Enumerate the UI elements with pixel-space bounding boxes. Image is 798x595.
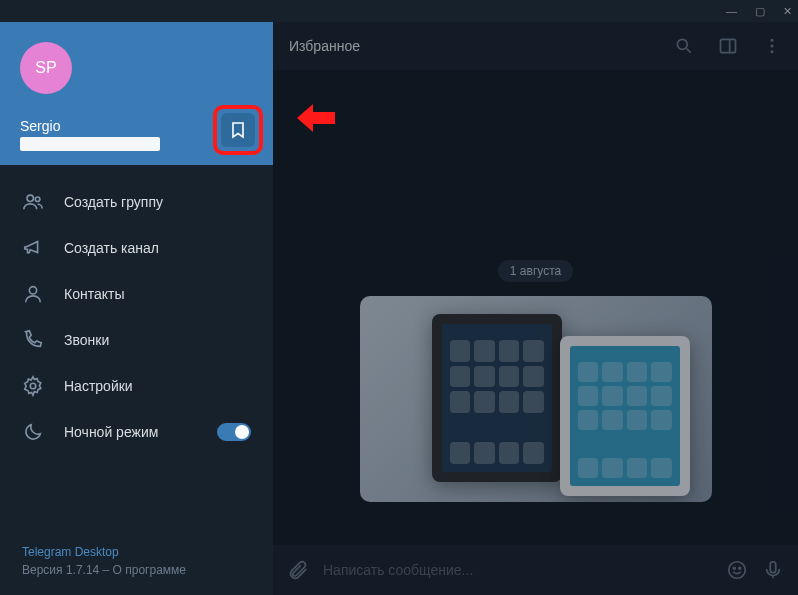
paperclip-icon xyxy=(287,559,309,581)
person-icon xyxy=(22,283,44,305)
menu-create-group[interactable]: Создать группу xyxy=(0,179,273,225)
svg-point-0 xyxy=(27,195,33,201)
sidebar-footer: Telegram Desktop Версия 1.7.14 – О прогр… xyxy=(0,529,273,595)
profile-name: Sergio xyxy=(20,118,253,134)
svg-point-2 xyxy=(29,287,36,294)
svg-point-9 xyxy=(729,562,746,579)
attach-button[interactable] xyxy=(287,559,309,581)
image-content xyxy=(560,336,690,496)
svg-point-1 xyxy=(35,197,40,202)
menu-night-mode[interactable]: Ночной режим xyxy=(0,409,273,455)
search-button[interactable] xyxy=(674,36,694,56)
window-minimize-button[interactable]: — xyxy=(726,5,737,17)
menu-label: Ночной режим xyxy=(64,424,158,440)
more-button[interactable] xyxy=(762,36,782,56)
message-image[interactable] xyxy=(360,296,712,502)
chat-header: Избранное xyxy=(273,22,798,70)
menu-label: Создать канал xyxy=(64,240,159,256)
main-menu: Создать группу Создать канал Контакты Зв… xyxy=(0,165,273,529)
moon-icon xyxy=(22,421,44,443)
menu-label: Создать группу xyxy=(64,194,163,210)
message-input[interactable]: Написать сообщение... xyxy=(323,562,712,578)
avatar[interactable]: SP xyxy=(20,42,72,94)
svg-point-4 xyxy=(677,39,687,49)
group-icon xyxy=(22,191,44,213)
menu-label: Контакты xyxy=(64,286,124,302)
night-mode-toggle[interactable] xyxy=(217,423,251,441)
chat-title: Избранное xyxy=(289,38,360,54)
window-close-button[interactable]: ✕ xyxy=(783,5,792,18)
window-titlebar: — ▢ ✕ xyxy=(0,0,798,22)
menu-calls[interactable]: Звонки xyxy=(0,317,273,363)
sidepanel-button[interactable] xyxy=(718,36,738,56)
profile-header: SP Sergio xyxy=(0,22,273,165)
panel-icon xyxy=(718,36,738,56)
gear-icon xyxy=(22,375,44,397)
app-version[interactable]: Версия 1.7.14 – О программе xyxy=(22,563,251,577)
svg-point-10 xyxy=(733,567,735,569)
megaphone-icon xyxy=(22,237,44,259)
svg-point-3 xyxy=(30,383,36,389)
svg-point-8 xyxy=(771,50,774,53)
search-icon xyxy=(674,36,694,56)
menu-label: Настройки xyxy=(64,378,133,394)
phone-icon xyxy=(22,329,44,351)
svg-rect-12 xyxy=(770,562,776,573)
emoji-button[interactable] xyxy=(726,559,748,581)
microphone-icon xyxy=(762,559,784,581)
profile-phone-redacted xyxy=(20,137,160,151)
sidebar: SP Sergio Создать группу Создать канал xyxy=(0,22,273,595)
chat-body: 1 августа xyxy=(273,70,798,545)
message-composer: Написать сообщение... xyxy=(273,545,798,595)
smile-icon xyxy=(726,559,748,581)
menu-contacts[interactable]: Контакты xyxy=(0,271,273,317)
date-badge: 1 августа xyxy=(498,260,573,282)
svg-point-11 xyxy=(739,567,741,569)
menu-settings[interactable]: Настройки xyxy=(0,363,273,409)
menu-create-channel[interactable]: Создать канал xyxy=(0,225,273,271)
voice-button[interactable] xyxy=(762,559,784,581)
svg-point-7 xyxy=(771,45,774,48)
window-maximize-button[interactable]: ▢ xyxy=(755,5,765,18)
saved-messages-button[interactable] xyxy=(221,113,255,147)
app-brand: Telegram Desktop xyxy=(22,545,251,559)
menu-label: Звонки xyxy=(64,332,109,348)
image-content xyxy=(432,314,562,482)
svg-rect-5 xyxy=(721,39,736,52)
more-icon xyxy=(762,36,782,56)
bookmark-icon xyxy=(230,121,246,139)
chat-panel: Избранное 1 августа xyxy=(273,22,798,595)
svg-point-6 xyxy=(771,39,774,42)
